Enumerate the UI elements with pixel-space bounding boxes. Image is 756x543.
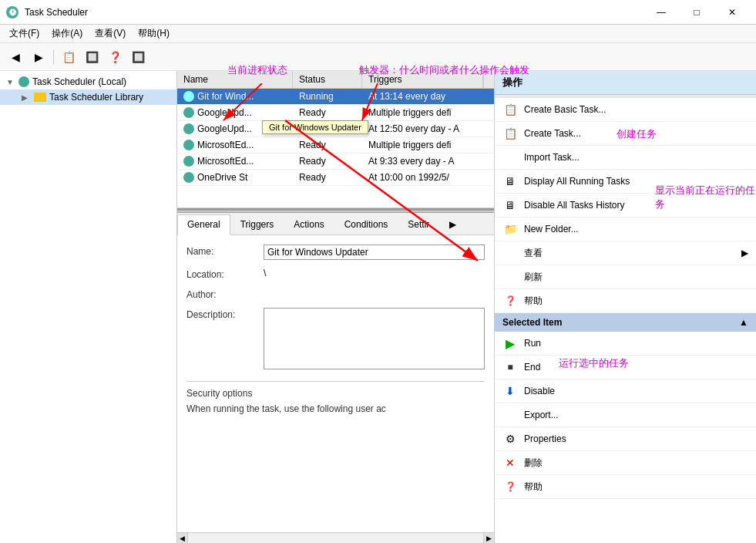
col-header-status[interactable]: Status bbox=[293, 71, 362, 88]
col-header-triggers[interactable]: Triggers bbox=[362, 71, 483, 88]
action-create-basic[interactable]: 📋 Create Basic Task... bbox=[495, 98, 756, 122]
task-cell-name: MicrosoftEd... bbox=[177, 153, 293, 169]
back-button[interactable]: ◀ bbox=[5, 47, 26, 67]
toolbar-btn-help[interactable]: ❓ bbox=[104, 47, 126, 67]
create-basic-icon: 📋 bbox=[502, 102, 518, 117]
description-textarea[interactable] bbox=[264, 308, 485, 369]
task-status: Ready bbox=[293, 137, 362, 153]
action-properties[interactable]: ⚙ Properties bbox=[495, 427, 756, 451]
tab-more[interactable]: ▶ bbox=[439, 214, 466, 234]
task-cell-name: MicrosoftEd... bbox=[177, 137, 293, 153]
action-new-folder[interactable]: 📁 New Folder... bbox=[495, 218, 756, 241]
library-expand-icon: ▶ bbox=[22, 93, 31, 102]
action-run[interactable]: ▶ Run bbox=[495, 332, 756, 356]
tab-conditions[interactable]: Conditions bbox=[334, 214, 398, 234]
action-refresh[interactable]: 刷新 bbox=[495, 265, 756, 289]
col-header-name[interactable]: Name bbox=[177, 71, 293, 88]
menu-action[interactable]: 操作(A) bbox=[45, 25, 89, 42]
disable-icon: ⬇ bbox=[502, 383, 518, 399]
window-controls: — □ ✕ bbox=[643, 0, 750, 25]
details-scroll-left[interactable]: ◀ bbox=[177, 533, 188, 543]
action-help-bottom[interactable]: ❓ 帮助 bbox=[495, 475, 756, 499]
task-row[interactable]: MicrosoftEd... Ready At 9:33 every day -… bbox=[177, 153, 494, 170]
menu-view[interactable]: 查看(V) bbox=[89, 25, 132, 42]
selected-item-header[interactable]: Selected Item ▲ bbox=[495, 313, 756, 332]
action-import-task[interactable]: Import Task... bbox=[495, 146, 756, 170]
task-icon bbox=[183, 156, 194, 167]
toolbar-btn-2[interactable]: 🔲 bbox=[81, 47, 102, 67]
menu-help[interactable]: 帮助(H) bbox=[132, 25, 176, 42]
description-field-row: Description: bbox=[186, 308, 485, 372]
toolbar-separator bbox=[53, 49, 54, 65]
action-export[interactable]: Export... bbox=[495, 403, 756, 427]
location-label: Location: bbox=[186, 268, 264, 280]
close-button[interactable]: ✕ bbox=[714, 0, 750, 25]
toolbar-btn-3[interactable]: 🔲 bbox=[127, 47, 149, 67]
action-disable-history[interactable]: 🖥 Disable All Tasks History bbox=[495, 194, 756, 218]
task-trigger: Multiple triggers defi bbox=[362, 137, 494, 153]
task-row[interactable]: MicrosoftEd... Ready Multiple triggers d… bbox=[177, 137, 494, 153]
window-title: Task Scheduler bbox=[25, 7, 88, 18]
app-icon: 🕐 bbox=[6, 6, 18, 19]
properties-label: Properties bbox=[524, 433, 566, 444]
toolbar-btn-1[interactable]: 📋 bbox=[58, 47, 79, 67]
action-view[interactable]: 查看 ▶ bbox=[495, 241, 756, 265]
create-basic-label: Create Basic Task... bbox=[524, 104, 606, 115]
task-status: Ready bbox=[293, 153, 362, 169]
minimize-button[interactable]: — bbox=[643, 0, 679, 25]
expand-icon: ▼ bbox=[6, 78, 15, 86]
sidebar-item-library[interactable]: ▶ Task Scheduler Library bbox=[0, 89, 176, 105]
tab-triggers[interactable]: Triggers bbox=[230, 214, 284, 234]
task-icon bbox=[183, 107, 194, 118]
forward-button[interactable]: ▶ bbox=[28, 47, 49, 67]
export-label: Export... bbox=[524, 410, 559, 420]
main-content: ▼ Task Scheduler (Local) ▶ Task Schedule… bbox=[0, 71, 756, 543]
selected-item-collapse-icon: ▲ bbox=[739, 317, 748, 328]
action-create-task[interactable]: 📋 Create Task... bbox=[495, 122, 756, 146]
sidebar: ▼ Task Scheduler (Local) ▶ Task Schedule… bbox=[0, 71, 177, 543]
task-row[interactable]: Git for Wind... Running At 13:14 every d… bbox=[177, 89, 494, 105]
task-trigger: At 10:00 on 1992/5/ bbox=[362, 170, 494, 185]
disable-history-label: Disable All Tasks History bbox=[524, 200, 625, 211]
right-panel-content: 📋 Create Basic Task... 📋 Create Task... … bbox=[495, 95, 756, 543]
details-h-scrollbar[interactable]: ◀ ▶ bbox=[177, 532, 494, 543]
task-rows: Git for Wind... Running At 13:14 every d… bbox=[177, 89, 494, 207]
end-label: End bbox=[524, 362, 540, 373]
sidebar-item-root[interactable]: ▼ Task Scheduler (Local) bbox=[0, 74, 176, 89]
menu-bar: 文件(F) 操作(A) 查看(V) 帮助(H) bbox=[0, 25, 756, 43]
new-folder-label: New Folder... bbox=[524, 224, 579, 234]
task-icon bbox=[183, 91, 194, 102]
task-icon bbox=[183, 172, 194, 183]
task-row[interactable]: GoogleUpd... Ready Multiple triggers def… bbox=[177, 105, 494, 121]
folder-icon: 📁 bbox=[502, 221, 518, 237]
disable-label: Disable bbox=[524, 386, 555, 396]
menu-file[interactable]: 文件(F) bbox=[3, 25, 45, 42]
action-help-top[interactable]: ❓ 帮助 bbox=[495, 289, 756, 313]
help-top-label: 帮助 bbox=[524, 295, 543, 308]
action-display-running[interactable]: 🖥 Display All Running Tasks bbox=[495, 170, 756, 194]
tab-actions[interactable]: Actions bbox=[284, 214, 334, 234]
refresh-label: 刷新 bbox=[524, 271, 543, 284]
action-disable[interactable]: ⬇ Disable bbox=[495, 379, 756, 403]
name-input[interactable] bbox=[264, 245, 485, 260]
task-name-label: OneDrive St bbox=[197, 172, 247, 183]
task-row[interactable]: OneDrive St Ready At 10:00 on 1992/5/ bbox=[177, 170, 494, 186]
tab-general[interactable]: General bbox=[177, 214, 230, 235]
author-label: Author: bbox=[186, 288, 264, 300]
tab-settings[interactable]: Settir bbox=[398, 214, 439, 234]
properties-icon: ⚙ bbox=[502, 431, 518, 447]
details-scroll-right[interactable]: ▶ bbox=[483, 533, 494, 543]
right-panel: 操作 📋 Create Basic Task... 📋 Create Task.… bbox=[494, 71, 756, 543]
location-value: \ bbox=[264, 268, 485, 278]
task-icon bbox=[183, 140, 194, 150]
refresh-icon bbox=[502, 269, 518, 285]
root-icon bbox=[18, 76, 29, 87]
action-delete[interactable]: ✕ 删除 bbox=[495, 451, 756, 475]
security-text: When running the task, use the following… bbox=[186, 403, 485, 414]
selected-item-title: Selected Item bbox=[502, 317, 562, 328]
maximize-button[interactable]: □ bbox=[679, 0, 714, 25]
view-label: 查看 bbox=[524, 247, 735, 260]
task-trigger: At 13:14 every day bbox=[362, 89, 494, 104]
name-label: Name: bbox=[186, 245, 264, 257]
action-end[interactable]: ■ End bbox=[495, 356, 756, 379]
